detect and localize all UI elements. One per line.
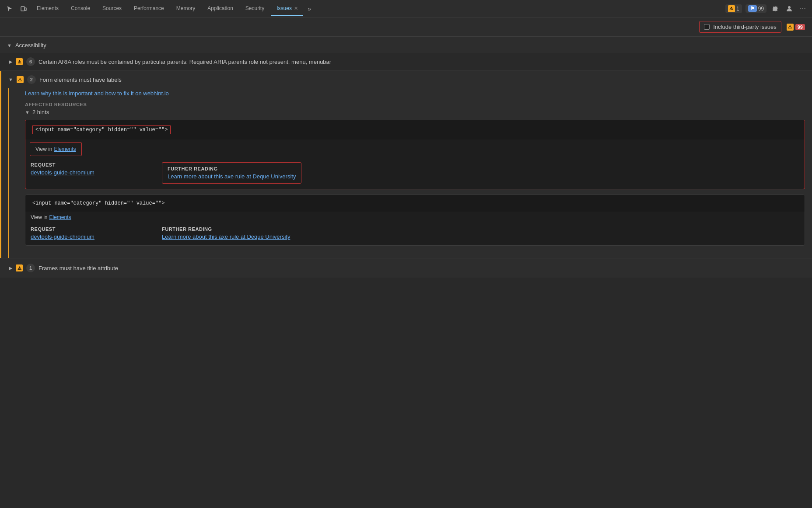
flag-icon: ⚑ (748, 5, 757, 12)
aria-roles-issue-row[interactable]: ▶ ⚠ 6 Certain ARIA roles must be contain… (0, 53, 812, 71)
further-label-1: FURTHER READING (168, 166, 296, 171)
tab-issues[interactable]: Issues ✕ (271, 2, 303, 16)
form-labels-warning-icon: ⚠ (17, 76, 24, 83)
request-section-1: REQUEST devtools-guide-chromium (31, 162, 162, 176)
request-label-1: REQUEST (31, 162, 162, 167)
devtools-topbar: Elements Console Sources Performance Mem… (0, 0, 812, 17)
form-labels-body: Learn why this is important and how to f… (8, 88, 812, 258)
request-link-2[interactable]: devtools-guide-chromium (31, 233, 94, 240)
hints-count-label: 2 hints (32, 109, 49, 115)
frames-warning-icon: ⚠ (16, 264, 23, 271)
accessibility-chevron[interactable]: ▼ (7, 43, 12, 48)
view-in-elements-link-2[interactable]: Elements (49, 214, 71, 220)
hint-code-2: <input name="category" hidden="" value="… (25, 195, 805, 212)
form-labels-count: 2 (27, 75, 36, 84)
learn-link[interactable]: Learn why this is important and how to f… (25, 90, 169, 97)
view-in-elements-link-1[interactable]: Elements (54, 146, 76, 152)
view-in-elements-container-2: View in Elements (25, 212, 77, 223)
form-labels-text: Form elements must have labels (39, 77, 122, 83)
more-tabs-btn[interactable]: » (305, 3, 314, 14)
svg-rect-0 (21, 7, 24, 11)
aria-roles-text: Certain ARIA roles must be contained by … (38, 59, 331, 65)
more-options-btn[interactable]: ⋯ (797, 3, 808, 14)
user-icon-btn[interactable] (783, 3, 795, 14)
hints-toggle[interactable]: ▼ 2 hints (25, 109, 805, 115)
flag-badge: ⚑ 99 (746, 4, 766, 13)
request-label-2: REQUEST (31, 226, 162, 232)
accessibility-title: Accessibility (15, 42, 46, 49)
tab-sources[interactable]: Sources (97, 2, 127, 16)
request-link-1[interactable]: devtools-guide-chromium (31, 169, 94, 176)
frames-issue-row[interactable]: ▶ ⚠ 1 Frames must have title attribute (0, 258, 812, 278)
hints-chevron[interactable]: ▼ (25, 110, 30, 115)
svg-rect-1 (25, 8, 26, 10)
warning-badge: ⚠ 1 (725, 4, 742, 13)
third-party-label: Include third-party issues (713, 24, 777, 30)
view-in-elements-container-1: View in Elements (30, 142, 82, 156)
further-reading-box-1: FURTHER READING Learn more about this ax… (162, 162, 301, 184)
form-labels-chevron[interactable]: ▼ (8, 77, 13, 82)
warning-icon: ⚠ (728, 5, 735, 12)
aria-roles-warning-icon: ⚠ (16, 58, 23, 65)
frames-count: 1 (26, 264, 35, 272)
device-icon-btn[interactable] (18, 3, 30, 14)
form-labels-header[interactable]: ▼ ⚠ 2 Form elements must have labels (1, 71, 812, 88)
aria-roles-chevron[interactable]: ▶ (9, 59, 12, 65)
third-party-bar: Include third-party issues ⚠ 99 (0, 17, 812, 37)
third-party-checkbox[interactable] (704, 24, 710, 30)
view-in-label-1: View in (35, 146, 52, 152)
further-link-2[interactable]: Learn more about this axe rule at Deque … (162, 233, 290, 240)
frames-chevron[interactable]: ▶ (9, 265, 12, 271)
form-labels-issue: ▼ ⚠ 2 Form elements must have labels Lea… (0, 71, 812, 258)
main-content: ▼ Accessibility ▶ ⚠ 6 Certain ARIA roles… (0, 37, 812, 508)
third-party-flag-count: 99 (795, 24, 805, 30)
tab-application[interactable]: Application (202, 2, 238, 16)
hint-card-2: <input name="category" hidden="" value="… (25, 195, 805, 246)
tab-security[interactable]: Security (240, 2, 270, 16)
third-party-warning-icon: ⚠ (787, 24, 794, 31)
third-party-checkbox-container: Include third-party issues (699, 21, 781, 33)
further-section-2: FURTHER READING Learn more about this ax… (162, 226, 290, 240)
tab-console[interactable]: Console (66, 2, 95, 16)
code-highlighted-1: <input name="category" hidden="" value="… (32, 125, 171, 134)
hint-card-1: <input name="category" hidden="" value="… (25, 120, 805, 189)
tab-memory[interactable]: Memory (171, 2, 200, 16)
further-label-2: FURTHER READING (162, 226, 290, 232)
view-in-label-2: View in (31, 214, 47, 220)
code-2: <input name="category" hidden="" value="… (32, 200, 164, 206)
tab-performance[interactable]: Performance (129, 2, 169, 16)
request-section-2: REQUEST devtools-guide-chromium (31, 226, 162, 240)
settings-icon-btn[interactable] (769, 3, 781, 14)
tab-issues-close[interactable]: ✕ (294, 6, 298, 11)
hint-card-2-bottom: REQUEST devtools-guide-chromium FURTHER … (25, 223, 805, 245)
aria-roles-count: 6 (26, 57, 35, 66)
further-link-1[interactable]: Learn more about this axe rule at Deque … (168, 173, 296, 180)
accessibility-section-header: ▼ Accessibility (0, 37, 812, 53)
svg-point-2 (788, 6, 791, 9)
form-labels-expanded-content: Learn why this is important and how to f… (9, 88, 812, 258)
hint-code-1: <input name="category" hidden="" value="… (25, 120, 805, 139)
frames-text: Frames must have title attribute (38, 265, 118, 271)
cursor-icon-btn[interactable] (4, 3, 16, 14)
affected-resources-label: AFFECTED RESOURCES (25, 102, 805, 107)
hint-card-1-bottom: REQUEST devtools-guide-chromium FURTHER … (25, 159, 805, 189)
tab-elements[interactable]: Elements (32, 2, 64, 16)
